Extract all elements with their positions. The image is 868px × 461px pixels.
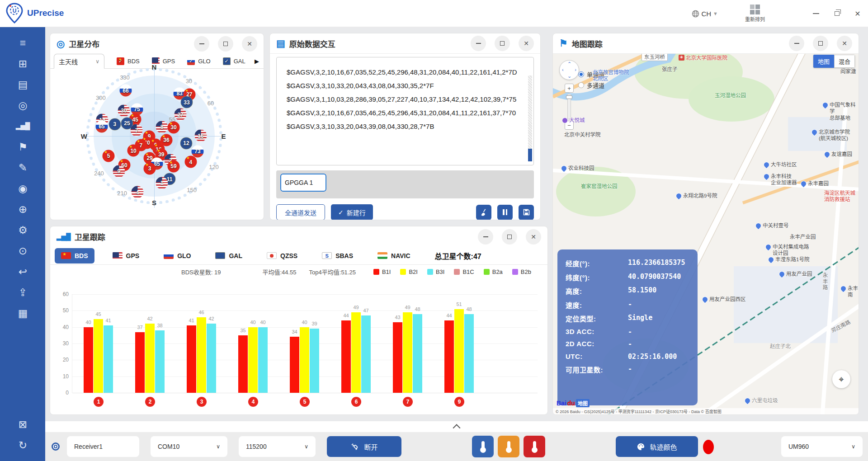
disconnect-button[interactable]: 断开 <box>327 436 401 457</box>
com-port-select[interactable]: COM10 ∨ <box>151 436 227 457</box>
panel-maximize-button[interactable] <box>218 36 233 52</box>
new-line-button[interactable]: ✓ 新建行 <box>331 204 373 220</box>
sidebar-item-menu[interactable]: ≡ <box>10 33 35 52</box>
window-minimize-button[interactable] <box>806 0 826 27</box>
clear-log-button[interactable] <box>476 205 491 220</box>
rearrange-button[interactable]: 重新排列 <box>745 5 765 23</box>
sidebar-item-firmware-upgrade[interactable]: ⇪ <box>10 283 35 302</box>
sidebar-item-satellite-distribution[interactable]: ◎ <box>10 96 35 115</box>
save-button[interactable] <box>519 205 534 220</box>
sidebar-item-positioning[interactable]: ⊙ <box>10 241 35 260</box>
track-color-button[interactable]: 轨迹颜色 <box>616 436 698 457</box>
pan-right-icon[interactable]: › <box>575 67 576 72</box>
map-mode-map[interactable]: 地图 <box>813 55 834 68</box>
sidebar-item-map-tracking[interactable]: ⚑ <box>10 137 35 156</box>
receiver-name-field[interactable]: Receiver1 <box>67 436 139 457</box>
send-all-channels-button[interactable]: 全通道发送 <box>276 204 325 220</box>
tab-bds[interactable]: BDS <box>55 248 94 263</box>
sidebar-item-log-edit[interactable]: ✎ <box>10 158 35 177</box>
panel-maximize-button[interactable] <box>813 36 828 51</box>
tab-sbas[interactable]: SSBAS <box>316 248 359 263</box>
zoom-slider-handle[interactable] <box>566 95 572 99</box>
satellite-marker: 4 <box>184 156 197 168</box>
map-pan-control[interactable]: ⌃ ⌄ ‹ › <box>559 60 579 80</box>
pan-up-icon[interactable]: ⌃ <box>567 61 571 67</box>
tab-gal[interactable]: GAL <box>209 248 249 263</box>
sidebar-item-software-update[interactable]: ↻ <box>10 436 35 455</box>
panel-maximize-button[interactable] <box>495 36 510 51</box>
map-canvas[interactable]: ⌃ ⌄ ‹ › + − 单通道多通道 地图混合 东玉河桥+北京大学国际医院北京故… <box>553 54 859 414</box>
panel-minimize-button[interactable] <box>478 229 493 245</box>
satellite-marker: 8 <box>156 121 168 133</box>
bar-b3i: 48 <box>413 314 422 393</box>
track-color-swatch[interactable] <box>703 440 714 454</box>
poi-pin-icon <box>778 270 786 278</box>
legend-item-b2b: B2b <box>512 268 531 275</box>
tab-navic[interactable]: NAVIC <box>371 248 417 263</box>
sidebar-item-device-settings[interactable]: ⚙ <box>10 221 35 240</box>
panel-close-button[interactable]: ✕ <box>242 36 257 52</box>
zoom-slider-track[interactable] <box>567 94 571 119</box>
baud-rate-select[interactable]: 115200 ∨ <box>239 436 316 457</box>
panel-maximize-button[interactable] <box>502 229 517 245</box>
bar <box>104 325 113 393</box>
poi-pin-icon <box>810 128 818 136</box>
tab-label: SBAS <box>335 252 353 259</box>
pan-down-icon[interactable]: ⌄ <box>567 73 571 79</box>
locate-button[interactable]: ⌖ <box>832 370 850 388</box>
sidebar-item-print[interactable]: ▦ <box>10 304 35 323</box>
panel-minimize-button[interactable] <box>194 36 209 52</box>
bar-value: 46 <box>198 310 204 315</box>
panel-close-button[interactable]: ✕ <box>526 229 541 245</box>
map-mode-hybrid[interactable]: 混合 <box>834 55 855 68</box>
tab-glo[interactable]: GLO <box>157 248 197 263</box>
sidebar-item-console[interactable]: ↩ <box>10 262 35 281</box>
zoom-in-button[interactable]: + <box>565 84 574 93</box>
bar <box>454 309 464 393</box>
security-icon: ⊠ <box>19 419 27 431</box>
more-systems-arrow[interactable]: ▶ <box>255 58 259 65</box>
pan-left-icon[interactable]: ‹ <box>562 67 564 72</box>
sidebar-item-device-connection[interactable]: ⊞ <box>10 54 35 73</box>
command-input[interactable] <box>280 174 326 192</box>
azimuth-label: 210 <box>117 190 127 197</box>
panel-minimize-button[interactable] <box>789 36 804 51</box>
sidebar-item-security[interactable]: ⊠ <box>10 415 35 434</box>
receiver-model-select[interactable]: UM960 ∨ <box>781 436 863 457</box>
thermometer-blue-button[interactable] <box>472 436 494 457</box>
close-icon: ✕ <box>842 40 847 47</box>
panel-minimize-button[interactable] <box>471 36 486 51</box>
window-restore-button[interactable] <box>826 0 847 27</box>
pause-button[interactable] <box>497 205 513 220</box>
gridline <box>72 393 538 393</box>
poi-pin-icon <box>675 192 683 200</box>
position-info-overlay: 经度(°):116.2366185375纬度(°):40.0790037540高… <box>557 249 698 405</box>
map-label: 北京中关村学院 <box>564 132 601 138</box>
satellite-marker: 65 <box>95 120 108 132</box>
receiver-active-radio[interactable] <box>52 442 60 451</box>
sidebar-item-raw-data[interactable]: ▤ <box>10 75 35 94</box>
sidebar-item-network[interactable]: ⊕ <box>10 200 35 219</box>
panel-close-button[interactable]: ✕ <box>837 36 852 51</box>
panel-close-button[interactable]: ✕ <box>519 36 534 51</box>
thermometer-red-button[interactable] <box>524 436 545 457</box>
compass-w: W <box>81 132 87 140</box>
legend-item-b2i: B2I <box>400 268 418 275</box>
channel-option-unselected[interactable]: 多通道 <box>578 81 604 89</box>
tab-gps[interactable]: GPS <box>106 248 146 263</box>
tab-qzss[interactable]: QZSS <box>260 248 304 263</box>
category-badge: 4 <box>248 397 258 407</box>
sidebar-item-satellite-tracking[interactable]: ▂▅█ <box>10 117 35 136</box>
scrollbar-thumb[interactable] <box>528 149 532 161</box>
satellite-marker: 30 <box>118 104 130 117</box>
bds-count: BDS收星数: 19 <box>181 268 221 276</box>
chevron-up-icon[interactable] <box>453 424 461 432</box>
sidebar-item-channel-config[interactable]: ◉ <box>10 179 35 198</box>
thermometer-orange-button[interactable] <box>498 436 519 457</box>
window-close-button[interactable]: ✕ <box>847 0 868 27</box>
language-selector[interactable]: CH ▼ <box>692 10 718 18</box>
system-label: GAL <box>234 58 245 65</box>
raw-data-log[interactable]: $GAGSV,3,2,10,16,67,035,52,25,45,296,48,… <box>276 57 534 165</box>
broom-icon <box>480 208 488 216</box>
scrollbar-track[interactable] <box>528 75 532 161</box>
